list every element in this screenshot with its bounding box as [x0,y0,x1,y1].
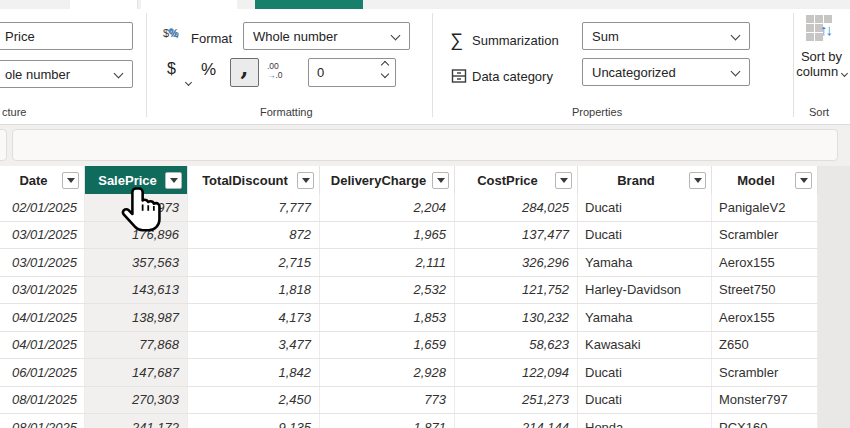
filter-button[interactable] [555,172,572,189]
cell-saleprice[interactable]: 147,687 [85,359,188,386]
cell-date[interactable]: 03/01/2025 [0,249,85,276]
cell-model[interactable]: Z650 [712,332,818,359]
spinner-up-icon[interactable] [381,61,389,69]
filter-button[interactable] [165,172,182,189]
cell-model[interactable]: Scrambler [712,359,818,386]
cell-costprice[interactable]: 122,094 [455,359,578,386]
cell-model[interactable]: Aerox155 [712,249,818,276]
pencil-icon: ✎ [167,25,180,43]
cell-saleprice[interactable]: 176,896 [85,222,188,249]
cell-deliverycharge[interactable]: 2,111 [320,249,455,276]
summarization-dropdown[interactable]: Sum [582,22,750,50]
currency-button[interactable]: $ [167,60,176,78]
spinner-down-icon[interactable] [381,70,389,78]
filter-button[interactable] [689,172,706,189]
cell-totaldiscount[interactable]: 872 [188,222,320,249]
filter-button[interactable] [62,172,79,189]
cell-model[interactable]: Scrambler [712,222,818,249]
cell-date[interactable]: 08/01/2025 [0,387,85,414]
cell-totaldiscount[interactable]: 1,818 [188,277,320,304]
cell-costprice[interactable]: 137,477 [455,222,578,249]
decimal-places-input[interactable]: 0 [308,58,396,87]
formula-bar-input[interactable] [12,129,838,161]
cell-brand[interactable]: Honda [578,414,712,428]
cell-totaldiscount[interactable]: 1,842 [188,359,320,386]
cell-deliverycharge[interactable]: 2,928 [320,359,455,386]
cell-saleprice[interactable]: 973 [85,194,188,221]
cell-totaldiscount[interactable]: 7,777 [188,194,320,221]
percent-button[interactable]: % [201,60,216,80]
cell-model[interactable]: Monster797 [712,387,818,414]
cell-model[interactable]: Street750 [712,277,818,304]
chevron-down-icon [114,69,124,79]
sort-by-label-line1: Sort by [793,49,850,64]
filter-button[interactable] [297,172,314,189]
cell-model[interactable]: PCX160 [712,414,818,428]
cell-totaldiscount[interactable]: 3,477 [188,332,320,359]
cell-date[interactable]: 06/01/2025 [0,359,85,386]
column-name-input[interactable]: Price [0,22,133,50]
filter-button[interactable] [432,172,449,189]
decimal-places-icon[interactable]: .00 →.0 [267,62,283,80]
cell-date[interactable]: 04/01/2025 [0,304,85,331]
cell-saleprice[interactable]: 138,987 [85,304,188,331]
column-header-brand[interactable]: Brand [578,166,712,194]
ribbon-tab[interactable] [141,0,237,9]
cell-saleprice[interactable]: 270,303 [85,387,188,414]
data-category-dropdown[interactable]: Uncategorized [582,58,750,86]
column-header-model[interactable]: Model [712,166,818,194]
cell-costprice[interactable]: 121,752 [455,277,578,304]
cell-brand[interactable]: Ducati [578,222,712,249]
cell-date[interactable]: 02/01/2025 [0,194,85,221]
cell-deliverycharge[interactable]: 1,659 [320,332,455,359]
cell-costprice[interactable]: 284,025 [455,194,578,221]
cell-model[interactable]: PanigaleV2 [712,194,818,221]
cell-brand[interactable]: Harley-Davidson [578,277,712,304]
cell-totaldiscount[interactable]: 9,135 [188,414,320,428]
formatting-group-label: Formatting [260,106,313,118]
cell-saleprice[interactable]: 241,172 [85,414,188,428]
column-header-saleprice[interactable]: SalePrice [85,166,188,194]
cell-date[interactable]: 03/01/2025 [0,222,85,249]
cell-model[interactable]: Aerox155 [712,304,818,331]
cell-brand[interactable]: Ducati [578,194,712,221]
ribbon-tab[interactable] [70,0,138,9]
cell-totaldiscount[interactable]: 2,715 [188,249,320,276]
cell-brand[interactable]: Yamaha [578,249,712,276]
column-header-totaldiscount[interactable]: TotalDiscount [188,166,320,194]
cell-deliverycharge[interactable]: 773 [320,387,455,414]
cell-saleprice[interactable]: 77,868 [85,332,188,359]
cell-deliverycharge[interactable]: 2,532 [320,277,455,304]
cell-costprice[interactable]: 214,144 [455,414,578,428]
cell-deliverycharge[interactable]: 1,965 [320,222,455,249]
cell-saleprice[interactable]: 143,613 [85,277,188,304]
cell-costprice[interactable]: 130,232 [455,304,578,331]
filter-button[interactable] [795,172,812,189]
cell-date[interactable]: 03/01/2025 [0,277,85,304]
properties-group-label: Properties [572,106,622,118]
cell-deliverycharge[interactable]: 2,204 [320,194,455,221]
cell-date[interactable]: 08/01/2025 [0,414,85,428]
cell-saleprice[interactable]: 357,563 [85,249,188,276]
cell-costprice[interactable]: 326,296 [455,249,578,276]
active-column-tools-tab[interactable] [255,0,363,9]
cell-brand[interactable]: Kawasaki [578,332,712,359]
thousands-separator-button[interactable]: , [230,58,259,87]
cell-brand[interactable]: Ducati [578,387,712,414]
cell-costprice[interactable]: 251,273 [455,387,578,414]
cell-totaldiscount[interactable]: 4,173 [188,304,320,331]
cell-deliverycharge[interactable]: 1,871 [320,414,455,428]
cell-date[interactable]: 04/01/2025 [0,332,85,359]
column-header-costprice[interactable]: CostPrice [455,166,578,194]
column-header-deliverycharge[interactable]: DeliveryCharge [320,166,455,194]
cell-brand[interactable]: Ducati [578,359,712,386]
formula-bar-collapse-button[interactable] [0,129,7,161]
column-header-date[interactable]: Date [0,166,85,194]
data-type-dropdown[interactable]: ole number [0,60,133,88]
cell-costprice[interactable]: 58,623 [455,332,578,359]
cell-brand[interactable]: Yamaha [578,304,712,331]
cell-totaldiscount[interactable]: 2,450 [188,387,320,414]
currency-chevron[interactable] [186,71,191,89]
cell-deliverycharge[interactable]: 1,853 [320,304,455,331]
format-dropdown[interactable]: Whole number [243,22,410,50]
